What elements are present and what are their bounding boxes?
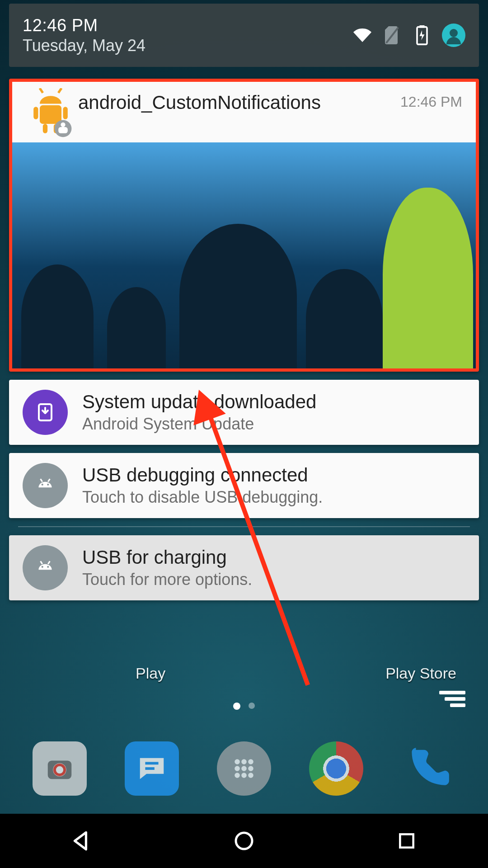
notification-list: android_CustomNotifications 12:46 PM Sys… (9, 79, 479, 600)
page-indicator (233, 703, 255, 710)
notification-title: USB for charging (82, 547, 465, 568)
svg-point-36 (236, 833, 252, 849)
battery-charging-icon (412, 25, 432, 45)
svg-point-31 (241, 766, 247, 771)
app-label-play-store: Play Store (385, 665, 456, 682)
svg-line-8 (40, 88, 43, 93)
notification-app-name: android_CustomNotifications (75, 88, 400, 113)
dock-chrome-icon[interactable] (309, 741, 363, 796)
status-icons (352, 24, 465, 47)
notification-title: System update downloaded (82, 391, 465, 413)
svg-rect-6 (43, 124, 47, 133)
notification-time: 12:46 PM (400, 88, 462, 110)
notification-usb-charging[interactable]: USB for charging Touch for more options. (9, 535, 479, 600)
svg-point-28 (241, 759, 247, 764)
home-dock (0, 732, 488, 805)
android-app-icon (26, 88, 75, 138)
svg-point-35 (248, 773, 253, 778)
android-mascot-icon (383, 188, 473, 368)
shade-header[interactable]: 12:46 PM Tuesday, May 24 (9, 4, 479, 67)
svg-point-15 (47, 484, 49, 486)
svg-point-33 (235, 773, 240, 778)
notification-subtitle: Touch to disable USB debugging. (82, 488, 465, 507)
svg-line-21 (48, 561, 50, 564)
nav-home-button[interactable] (199, 814, 289, 868)
shade-date: Tuesday, May 24 (23, 36, 145, 55)
notification-divider (18, 526, 470, 527)
android-head-icon (23, 463, 68, 508)
profile-icon[interactable] (442, 24, 465, 47)
svg-point-19 (47, 566, 49, 568)
svg-point-11 (61, 123, 65, 127)
shade-time: 12:46 PM (23, 16, 145, 35)
svg-rect-3 (40, 105, 61, 124)
nav-back-button[interactable] (36, 814, 127, 868)
dock-camera-icon[interactable] (33, 741, 87, 796)
svg-point-18 (42, 566, 43, 568)
android-head-icon (23, 545, 68, 590)
svg-point-14 (42, 484, 43, 486)
nav-recents-button[interactable] (361, 814, 452, 868)
svg-rect-37 (400, 834, 413, 847)
svg-point-27 (235, 759, 240, 764)
page-dot-active (233, 703, 240, 710)
svg-line-17 (48, 479, 50, 481)
svg-line-16 (41, 479, 42, 481)
system-nav-bar (0, 814, 488, 868)
svg-line-20 (41, 561, 42, 564)
notification-system-update[interactable]: System update downloaded Android System … (9, 380, 479, 445)
svg-point-29 (248, 759, 253, 764)
notification-subtitle: Android System Update (82, 415, 465, 434)
notification-custom[interactable]: android_CustomNotifications 12:46 PM (9, 79, 479, 372)
notification-title: USB debugging connected (82, 464, 465, 486)
download-icon (23, 390, 68, 435)
svg-rect-5 (63, 107, 68, 119)
svg-rect-12 (58, 127, 68, 133)
clear-all-icon[interactable] (439, 691, 465, 707)
shade-clock-block: 12:46 PM Tuesday, May 24 (23, 16, 145, 55)
svg-rect-2 (420, 25, 425, 28)
no-sim-icon (382, 25, 402, 45)
notification-big-picture (12, 142, 476, 368)
page-dot (249, 703, 255, 709)
dock-app-drawer-icon[interactable] (217, 741, 271, 796)
svg-point-34 (241, 773, 247, 778)
wifi-icon (352, 25, 372, 45)
dock-phone-icon[interactable] (401, 741, 455, 796)
svg-point-32 (248, 766, 253, 771)
svg-point-30 (235, 766, 240, 771)
svg-line-9 (58, 88, 61, 93)
dock-messenger-icon[interactable] (125, 741, 179, 796)
notification-header: android_CustomNotifications 12:46 PM (12, 82, 476, 142)
svg-rect-4 (33, 107, 38, 119)
app-label-play: Play (136, 665, 165, 682)
